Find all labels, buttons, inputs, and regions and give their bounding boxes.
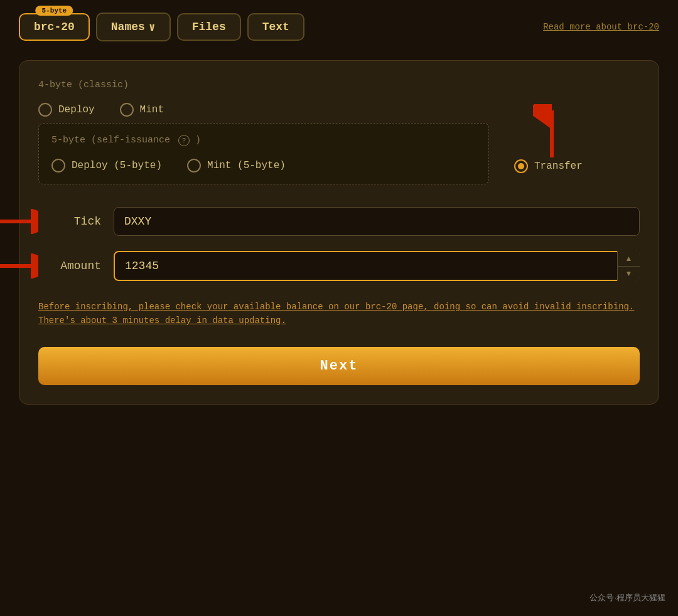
mint-5byte-radio[interactable]: Mint (5-byte)	[187, 159, 286, 173]
five-byte-radio-row: Deploy (5-byte) Mint (5-byte)	[51, 159, 476, 173]
main-panel: 4-byte (classic) Deploy Mint	[19, 60, 659, 405]
spinner-buttons: ▲ ▼	[617, 251, 640, 281]
amount-input-wrapper: ▲ ▼	[114, 251, 640, 281]
four-byte-radio-row: Deploy Mint	[38, 103, 489, 117]
right-section: Transfer	[502, 80, 640, 184]
next-button[interactable]: Next	[38, 347, 640, 385]
transfer-arrow-icon	[533, 104, 571, 161]
read-more-link[interactable]: Read more about brc-20	[543, 22, 659, 32]
mint-radio-circle	[120, 103, 134, 117]
nav-brc20-button[interactable]: 5-byte brc-20	[19, 13, 90, 41]
top-nav: 5-byte brc-20 Names ∨ Files Text Read mo…	[19, 13, 659, 41]
mint-radio-label: Mint	[140, 104, 164, 115]
chevron-down-icon: ∨	[149, 20, 156, 34]
form-section: Tick Amount ▲	[38, 207, 640, 281]
spinner-up-button[interactable]: ▲	[618, 251, 640, 267]
transfer-radio[interactable]: Transfer	[514, 159, 583, 173]
tick-input[interactable]	[114, 207, 640, 236]
nav-files-button[interactable]: Files	[177, 13, 241, 41]
four-byte-label: 4-byte (classic)	[38, 80, 489, 90]
amount-label: Amount	[38, 260, 101, 272]
deploy-radio[interactable]: Deploy	[38, 103, 95, 117]
spinner-down-button[interactable]: ▼	[618, 267, 640, 282]
tick-arrow-icon	[0, 209, 38, 234]
tick-label: Tick	[38, 215, 101, 228]
deploy-5byte-radio-label: Deploy (5-byte)	[72, 160, 162, 171]
deploy-5byte-radio[interactable]: Deploy (5-byte)	[51, 159, 162, 173]
five-byte-section: 5-byte (self-issuance ? ) Deploy (5-byte…	[38, 123, 489, 184]
app-container: 5-byte brc-20 Names ∨ Files Text Read mo…	[0, 0, 678, 616]
amount-input[interactable]	[114, 251, 640, 281]
deploy-radio-circle	[38, 103, 52, 117]
watermark: 公众号·程序员大猩猩	[589, 592, 665, 603]
nav-text-button[interactable]: Text	[247, 13, 304, 41]
deploy-radio-label: Deploy	[58, 104, 95, 115]
mint-5byte-radio-circle	[187, 159, 201, 173]
left-section: 4-byte (classic) Deploy Mint	[38, 80, 489, 184]
deploy-5byte-radio-circle	[51, 159, 65, 173]
mint-radio[interactable]: Mint	[120, 103, 164, 117]
four-byte-section: 4-byte (classic) Deploy Mint	[38, 80, 489, 117]
amount-arrow-icon	[0, 253, 38, 279]
help-icon[interactable]: ?	[178, 135, 190, 146]
tick-row: Tick	[38, 207, 640, 236]
nav-names-button[interactable]: Names ∨	[96, 13, 171, 41]
operation-section: 4-byte (classic) Deploy Mint	[38, 80, 640, 184]
amount-row: Amount ▲ ▼	[38, 251, 640, 281]
badge-5byte: 5-byte	[36, 6, 73, 16]
transfer-radio-label: Transfer	[534, 161, 583, 172]
mint-5byte-radio-label: Mint (5-byte)	[207, 160, 286, 171]
transfer-radio-circle	[514, 159, 528, 173]
warning-text[interactable]: Before inscribing, please check your ava…	[38, 300, 640, 328]
five-byte-label: 5-byte (self-issuance ? )	[51, 135, 476, 146]
